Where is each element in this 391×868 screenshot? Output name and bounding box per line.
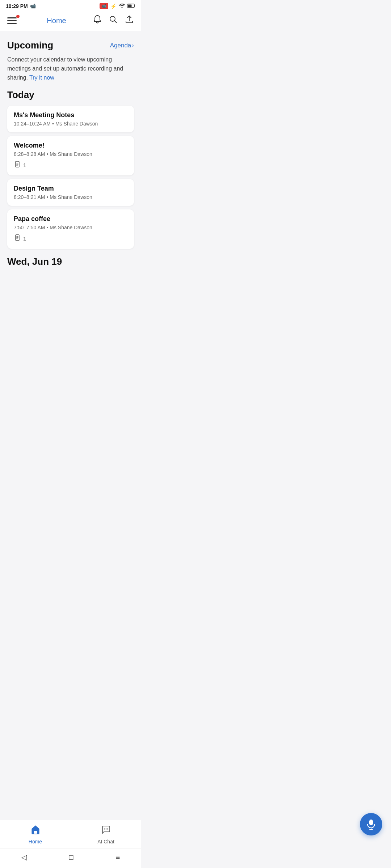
try-it-now-label: Try it now <box>29 75 54 81</box>
meeting-time: 10:24–10:24 AM <box>14 121 51 127</box>
meeting-host: Ms Shane Dawson <box>50 151 92 157</box>
meeting-card[interactable]: Papa coffee 7:50–7:50 AM • Ms Shane Daws… <box>7 209 134 249</box>
clip-icon <box>14 161 21 170</box>
upload-button[interactable] <box>125 15 134 26</box>
meeting-card[interactable]: Design Team 8:20–8:21 AM • Ms Shane Daws… <box>7 179 134 206</box>
clip-icon <box>14 234 21 243</box>
meeting-host: Ms Shane Dawson <box>50 225 92 230</box>
wednesday-title: Wed, Jun 19 <box>7 256 134 267</box>
meeting-card[interactable]: Ms's Meeting Notes 10:24–10:24 AM • Ms S… <box>7 106 134 132</box>
meeting-name: Ms's Meeting Notes <box>14 111 127 119</box>
svg-rect-1 <box>128 4 132 7</box>
today-section: Today Ms's Meeting Notes 10:24–10:24 AM … <box>7 89 134 249</box>
meeting-name: Welcome! <box>14 142 127 149</box>
meeting-separator: • <box>46 194 48 200</box>
bluetooth-icon: ⚡ <box>110 3 117 9</box>
clip-count: 1 <box>23 162 26 168</box>
meeting-time: 8:28–8:28 AM <box>14 151 45 157</box>
meeting-time: 7:50–7:50 AM <box>14 225 45 230</box>
upcoming-description: Connect your calendar to view upcoming m… <box>7 55 134 82</box>
meeting-name: Design Team <box>14 185 127 192</box>
record-indicator: 📹 <box>100 3 108 9</box>
meeting-meta: 10:24–10:24 AM • Ms Shane Dawson <box>14 121 127 127</box>
upcoming-desc-text: Connect your calendar to view upcoming m… <box>7 56 123 81</box>
clip-count: 1 <box>23 235 26 242</box>
meeting-separator: • <box>52 121 54 127</box>
status-time: 10:29 PM 📹 <box>6 3 36 9</box>
main-content: Upcoming Agenda › Connect your calendar … <box>0 31 141 276</box>
meeting-actions: 1 <box>14 161 127 170</box>
upcoming-title: Upcoming <box>7 40 53 51</box>
meeting-card[interactable]: Welcome! 8:28–8:28 AM • Ms Shane Dawson … <box>7 136 134 175</box>
meeting-time: 8:20–8:21 AM <box>14 194 45 200</box>
meeting-separator: • <box>46 151 48 157</box>
today-title: Today <box>7 89 134 101</box>
meeting-meta: 8:28–8:28 AM • Ms Shane Dawson <box>14 151 127 157</box>
meeting-separator: • <box>46 225 48 230</box>
wifi-icon <box>119 3 125 9</box>
agenda-chevron-icon: › <box>132 42 134 49</box>
camera-status-icon: 📹 <box>30 3 36 9</box>
search-button[interactable] <box>109 15 118 26</box>
agenda-label: Agenda <box>110 42 131 49</box>
header-icons <box>93 15 134 26</box>
status-bar: 10:29 PM 📹 📹 ⚡ <box>0 0 141 10</box>
meeting-meta: 7:50–7:50 AM • Ms Shane Dawson <box>14 225 127 230</box>
meeting-name: Papa coffee <box>14 215 127 223</box>
menu-button[interactable] <box>7 14 20 27</box>
time-display: 10:29 PM <box>6 3 28 9</box>
header-title: Home <box>47 17 66 25</box>
meeting-host: Ms Shane Dawson <box>55 121 98 127</box>
try-it-now-link[interactable]: Try it now <box>29 75 54 81</box>
upcoming-section-header: Upcoming Agenda › <box>7 40 134 51</box>
battery-icon <box>127 3 135 9</box>
status-icons: 📹 ⚡ <box>100 3 135 9</box>
agenda-link[interactable]: Agenda › <box>110 42 134 49</box>
notification-button[interactable] <box>93 15 102 26</box>
meeting-meta: 8:20–8:21 AM • Ms Shane Dawson <box>14 194 127 200</box>
wednesday-section: Wed, Jun 19 <box>7 256 134 267</box>
meeting-actions: 1 <box>14 234 127 243</box>
meeting-host: Ms Shane Dawson <box>50 194 92 200</box>
app-header: Home <box>0 10 141 31</box>
